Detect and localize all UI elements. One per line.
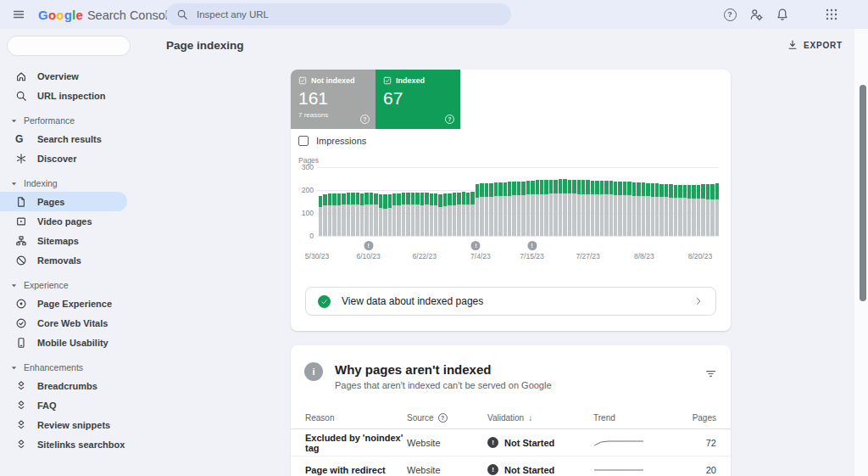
sidebar-item-url-inspection[interactable]: URL inspection bbox=[0, 86, 153, 105]
scrollbar-thumb[interactable] bbox=[860, 85, 866, 301]
stacked-bar[interactable] bbox=[701, 184, 704, 236]
stacked-bar[interactable] bbox=[554, 180, 557, 236]
milestone-marker-icon[interactable]: ! bbox=[471, 241, 481, 250]
stacked-bar[interactable] bbox=[595, 181, 598, 236]
stacked-bar[interactable] bbox=[692, 185, 695, 236]
column-header-validation[interactable]: Validation↓ bbox=[487, 413, 593, 423]
stacked-bar[interactable] bbox=[489, 183, 492, 236]
stacked-bar[interactable] bbox=[706, 184, 709, 236]
stacked-bar[interactable] bbox=[466, 193, 470, 236]
stacked-bar[interactable] bbox=[415, 193, 419, 236]
stacked-bar[interactable] bbox=[581, 180, 585, 236]
stacked-bar[interactable] bbox=[470, 192, 474, 236]
sidebar-item-overview[interactable]: Overview bbox=[0, 66, 153, 86]
stacked-bar[interactable] bbox=[651, 183, 654, 236]
stacked-bar[interactable] bbox=[697, 185, 700, 236]
notifications-icon[interactable] bbox=[775, 7, 790, 22]
sidebar-item-pages[interactable]: Pages bbox=[0, 192, 127, 211]
stacked-bar[interactable] bbox=[508, 182, 511, 236]
sidebar-item-sitelinks-searchbox[interactable]: Sitelinks searchbox bbox=[0, 434, 153, 454]
stacked-bar[interactable] bbox=[402, 193, 405, 236]
stacked-bar[interactable] bbox=[604, 181, 608, 236]
stacked-bar[interactable] bbox=[342, 193, 345, 236]
stacked-bar[interactable] bbox=[498, 182, 502, 236]
stacked-bar[interactable] bbox=[462, 192, 465, 236]
help-icon[interactable]: ? bbox=[722, 7, 737, 22]
not-indexed-chip[interactable]: Not indexed 161 7 reasons ? bbox=[291, 70, 376, 129]
stacked-bar[interactable] bbox=[544, 180, 548, 236]
stacked-bar[interactable] bbox=[448, 193, 451, 236]
stacked-bar[interactable] bbox=[517, 182, 520, 236]
stacked-bar[interactable] bbox=[332, 193, 336, 236]
sidebar-item-sitemaps[interactable]: Sitemaps bbox=[0, 231, 153, 250]
stacked-bar[interactable] bbox=[674, 185, 677, 236]
table-row[interactable]: Excluded by 'noindex' tag Website ! Not … bbox=[291, 429, 731, 456]
stacked-bar[interactable] bbox=[632, 182, 636, 236]
sidebar-item-breadcrumbs[interactable]: Breadcrumbs bbox=[0, 376, 153, 395]
sidebar-section-enhancements[interactable]: Enhancements bbox=[0, 359, 153, 376]
stacked-bar[interactable] bbox=[430, 193, 433, 237]
stacked-bar[interactable] bbox=[646, 183, 649, 236]
sidebar-item-faq[interactable]: FAQ bbox=[0, 395, 153, 415]
stacked-bar[interactable] bbox=[586, 180, 589, 236]
stacked-bar[interactable] bbox=[420, 193, 424, 236]
stacked-bar[interactable] bbox=[623, 182, 626, 236]
stacked-bar[interactable] bbox=[411, 193, 415, 236]
stacked-bar[interactable] bbox=[319, 196, 322, 236]
stacked-bar[interactable] bbox=[323, 194, 326, 236]
menu-icon[interactable] bbox=[11, 7, 26, 22]
help-icon[interactable]: ? bbox=[445, 115, 454, 124]
stacked-bar[interactable] bbox=[659, 184, 663, 236]
impressions-toggle[interactable]: Impressions bbox=[298, 136, 366, 146]
stacked-bar[interactable] bbox=[351, 193, 354, 236]
stacked-bar[interactable] bbox=[379, 194, 382, 236]
stacked-bar[interactable] bbox=[406, 193, 409, 236]
sidebar-item-mobile-usability[interactable]: Mobile Usability bbox=[0, 333, 153, 352]
stacked-bar[interactable] bbox=[425, 193, 428, 236]
stacked-bar[interactable] bbox=[549, 180, 553, 236]
stacked-bar[interactable] bbox=[434, 193, 437, 236]
stacked-bar[interactable] bbox=[383, 194, 387, 236]
stacked-bar[interactable] bbox=[494, 182, 498, 236]
app-logo[interactable]: Google Search Console bbox=[38, 8, 175, 22]
stacked-bar[interactable] bbox=[397, 193, 400, 237]
sidebar-item-video-pages[interactable]: Video pages bbox=[0, 211, 153, 231]
stacked-bar[interactable] bbox=[457, 193, 460, 236]
stacked-bar[interactable] bbox=[374, 193, 377, 236]
sidebar-section-experience[interactable]: Experience bbox=[0, 277, 153, 294]
sidebar-section-performance[interactable]: Performance bbox=[0, 112, 153, 129]
stacked-bar[interactable] bbox=[627, 182, 631, 236]
stacked-bar[interactable] bbox=[512, 182, 515, 236]
view-indexed-data-row[interactable]: View data about indexed pages bbox=[305, 287, 716, 316]
stacked-bar[interactable] bbox=[356, 193, 359, 236]
stacked-bar[interactable] bbox=[536, 180, 539, 236]
url-inspection-searchbar[interactable] bbox=[166, 3, 511, 25]
stacked-bar[interactable] bbox=[443, 193, 447, 236]
stacked-bar[interactable] bbox=[328, 193, 331, 236]
table-row[interactable]: Page with redirect Website ! Not Started… bbox=[291, 456, 731, 476]
indexed-chip[interactable]: Indexed 67 ? bbox=[376, 70, 460, 129]
filter-icon[interactable] bbox=[704, 367, 717, 380]
stacked-bar[interactable] bbox=[347, 193, 350, 236]
stacked-bar[interactable] bbox=[591, 181, 594, 236]
stacked-bar[interactable] bbox=[614, 182, 617, 236]
stacked-bar[interactable] bbox=[642, 182, 645, 236]
stacked-bar[interactable] bbox=[609, 181, 613, 236]
stacked-bar[interactable] bbox=[687, 185, 691, 236]
stacked-bar[interactable] bbox=[600, 181, 604, 236]
stacked-bar[interactable] bbox=[504, 182, 507, 236]
column-header-pages[interactable]: Pages bbox=[678, 413, 716, 423]
sort-descending-icon[interactable]: ↓ bbox=[528, 413, 532, 423]
stacked-bar[interactable] bbox=[678, 185, 682, 236]
stacked-bar[interactable] bbox=[392, 193, 396, 236]
stacked-bar[interactable] bbox=[531, 181, 534, 236]
stacked-bar[interactable] bbox=[388, 194, 392, 236]
milestone-marker-icon[interactable]: ! bbox=[364, 241, 373, 250]
milestone-marker-icon[interactable]: ! bbox=[527, 241, 537, 250]
sidebar-section-indexing[interactable]: Indexing bbox=[0, 175, 153, 192]
stacked-bar[interactable] bbox=[485, 183, 488, 236]
stacked-bar[interactable] bbox=[360, 193, 364, 236]
stacked-bar[interactable] bbox=[568, 180, 571, 236]
stacked-bar[interactable] bbox=[476, 184, 479, 236]
sidebar-item-review-snippets[interactable]: Review snippets bbox=[0, 415, 153, 434]
